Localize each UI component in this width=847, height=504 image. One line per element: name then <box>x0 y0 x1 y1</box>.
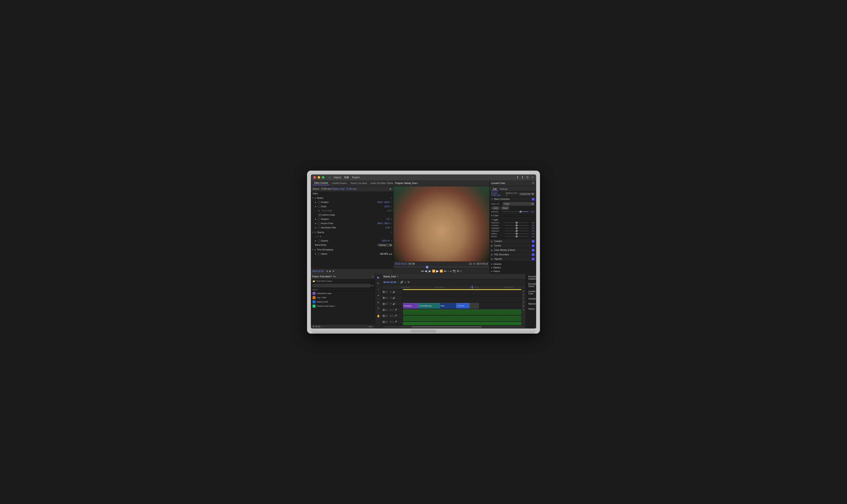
timeline-snap-icon[interactable]: ⬦ <box>398 281 399 284</box>
titlebar-icon-1[interactable]: ⬆ <box>516 176 519 179</box>
tc-m-a1[interactable]: M <box>390 309 391 311</box>
pb-camera[interactable]: 📷 <box>453 269 456 273</box>
tool-select[interactable]: ▶ <box>376 275 381 280</box>
opacity-value-reset[interactable]: ↺ <box>391 240 392 242</box>
pb-frame-back[interactable]: ◀| <box>425 269 427 273</box>
list-item-adjustment-layer[interactable]: Adjustment Layer <box>311 291 375 295</box>
exposure-slider[interactable] <box>505 222 529 223</box>
effects-list-markers[interactable]: Markers <box>526 302 536 306</box>
basic-correction-header[interactable]: ▼ Basic Correction <box>490 197 536 201</box>
tab-lumetri-scopes[interactable]: Lumetri Scopes <box>330 181 348 185</box>
tab-source[interactable]: Source: (no clips) <box>349 181 369 185</box>
timeline-scroll-thumb[interactable] <box>412 326 482 327</box>
trackpad[interactable] <box>411 329 436 332</box>
speed-steppers[interactable]: ◀ ▶ <box>389 253 392 255</box>
pb-step-back[interactable]: ⏮ <box>421 269 424 273</box>
tl-icon-settings[interactable]: ⚙ <box>332 269 335 273</box>
fx-time-remapping-header[interactable]: ▼ fx Time Remapping <box>311 248 393 252</box>
pb-play[interactable]: ▶ <box>436 269 439 273</box>
creative-checkbox[interactable] <box>532 240 534 242</box>
tc-mute-v2[interactable]: 🔊 <box>393 297 395 299</box>
traffic-light-yellow[interactable] <box>318 176 320 179</box>
opacity-value[interactable]: 100.0 % <box>382 240 390 242</box>
pb-step-fwd[interactable]: ⏭ <box>444 269 446 273</box>
basic-correction-checkbox[interactable] <box>532 198 534 200</box>
color-wheels-header[interactable]: ▶ Color Wheels & Match <box>490 248 536 252</box>
scale-keyframe-icon[interactable] <box>318 205 320 208</box>
anti-flicker-reset[interactable]: ↺ <box>391 227 392 229</box>
anti-flicker-value[interactable]: 0.00 <box>386 227 390 229</box>
reset-button[interactable]: Reset <box>501 206 509 210</box>
monitor-fit-select[interactable]: Fit <box>407 262 415 265</box>
hsl-checkbox[interactable] <box>532 253 534 256</box>
anchor-reset[interactable]: ↺ <box>391 222 392 224</box>
rotation-value[interactable]: 0.0 <box>387 218 390 220</box>
effects-list-essential-graphics[interactable]: Essential Graphics <box>526 275 536 281</box>
tc-m-a3[interactable]: M <box>390 321 391 323</box>
curves-header[interactable]: ▶ Curves <box>490 244 536 248</box>
pp-icon-list[interactable]: ☰ <box>313 325 315 328</box>
tc-mic-a3[interactable]: 🎤 <box>394 321 397 323</box>
pp-zoom-slider[interactable]: —●— <box>368 325 373 328</box>
opacity-keyframe-icon[interactable] <box>318 240 320 242</box>
color-section-header[interactable]: ▶ Color <box>491 214 534 217</box>
pb-mark-in[interactable]: ⬦ <box>447 269 449 273</box>
effects-list-libraries[interactable]: Libraries <box>526 297 536 301</box>
intensity-slider[interactable] <box>501 212 529 212</box>
contrast-slider[interactable] <box>505 225 529 226</box>
traffic-light-red[interactable] <box>313 176 316 179</box>
pb-mark-out[interactable]: ⬧ <box>450 269 452 273</box>
lock-a1[interactable] <box>383 309 385 311</box>
shadows-slider[interactable] <box>505 231 529 231</box>
tl-icon-play[interactable]: ▶ <box>329 269 332 273</box>
position-y[interactable]: 402.0 <box>384 201 390 203</box>
whites-slider[interactable] <box>505 233 529 234</box>
tc-eye-v3[interactable]: 👁 <box>390 291 392 293</box>
monitor-tab-icon[interactable]: ≡ <box>418 182 419 184</box>
pb-settings[interactable]: ⚙ <box>457 269 459 273</box>
titlebar-icon-fullscreen[interactable]: ⤢ <box>531 176 534 179</box>
tool-razor[interactable]: ✂ <box>376 281 381 286</box>
project-search-input[interactable] <box>312 284 371 287</box>
hsl-secondary-header[interactable]: ▶ HSL Secondary <box>490 253 536 257</box>
input-lut-select[interactable]: None <box>503 202 534 205</box>
anchor-y[interactable]: 360.0 <box>384 222 390 224</box>
libraries-item[interactable]: ▶ Libraries <box>491 262 534 266</box>
timeline-scrollbar[interactable] <box>382 325 526 328</box>
highlights-slider[interactable] <box>505 228 529 229</box>
opacity-reset[interactable]: ↺ <box>391 231 392 233</box>
track-v1[interactable]: Sleepy.jpeg Cardowtables.jpeg tables TLD… <box>403 303 521 309</box>
tool-pen[interactable]: ✏ <box>376 300 381 305</box>
vignette-header[interactable]: ▶ Vignette <box>490 257 536 261</box>
tl-icon-filter[interactable]: ⊞ <box>326 269 329 273</box>
nav-edit[interactable]: Edit <box>344 176 349 179</box>
curves-checkbox[interactable] <box>532 245 534 247</box>
speed-value[interactable]: 100.00% <box>380 253 388 255</box>
track-a2[interactable] <box>403 316 521 322</box>
scale-value[interactable]: 124.0 <box>384 205 390 208</box>
tool-ripple[interactable]: ⬦ <box>376 287 381 292</box>
pb-rewind[interactable]: ⏪ <box>432 269 435 273</box>
effects-list-history[interactable]: History <box>526 307 536 311</box>
light-section-header[interactable]: ▼ Light <box>491 218 534 222</box>
tc-eye-v1[interactable]: 👁 <box>390 303 392 305</box>
clip-sleepy[interactable]: Sleepy.jpeg <box>403 303 419 308</box>
tc-s-a1[interactable]: S <box>392 309 394 311</box>
clip-tables[interactable]: tables <box>440 303 456 308</box>
scrub-bar[interactable] <box>393 266 489 268</box>
lumetri-panel-menu-icon[interactable]: ☰ <box>532 182 534 184</box>
tc-s-a2[interactable]: S <box>392 315 394 317</box>
position-x[interactable]: 640.0 <box>377 201 383 203</box>
pp-icon-grid[interactable]: ⊞ <box>316 325 317 328</box>
track-v3[interactable] <box>403 290 521 296</box>
project-search-add[interactable]: + <box>372 284 373 287</box>
tool-slip[interactable]: ⬧ <box>376 292 381 298</box>
titlebar-icon-2[interactable]: ⬆ <box>521 176 524 179</box>
list-item-lisa-rich[interactable]: Lisa + Rich <box>311 295 375 300</box>
speed-keyframe-icon[interactable] <box>318 253 320 255</box>
lock-a2[interactable] <box>383 315 385 317</box>
nav-export[interactable]: Export <box>352 176 359 179</box>
titlebar-icon-menu[interactable]: ☰ <box>526 176 529 179</box>
pp-icon-freeform[interactable]: ⊟ <box>318 325 320 328</box>
monitor-settings-icon[interactable]: ⚙ <box>473 262 476 266</box>
